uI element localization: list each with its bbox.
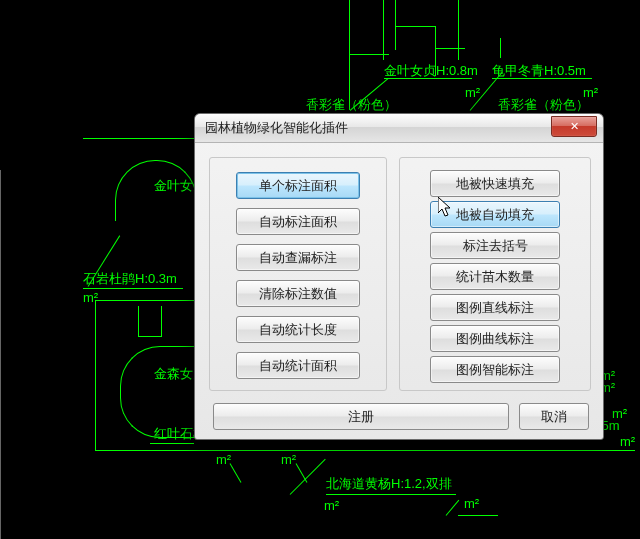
- cancel-button[interactable]: 取消: [519, 403, 589, 430]
- cad-label: 金叶女贞H:0.8m: [384, 63, 478, 80]
- btn-legend-curve-label[interactable]: 图例曲线标注: [430, 325, 560, 352]
- cad-label: 石岩杜鹃H:0.3m: [83, 271, 177, 288]
- left-button-group: 单个标注面积 自动标注面积 自动查漏标注 清除标注数值 自动统计长度 自动统计面…: [209, 157, 387, 391]
- btn-clear-label-values[interactable]: 清除标注数值: [236, 280, 360, 307]
- cad-label: m²: [464, 496, 479, 513]
- cad-label: m²: [465, 85, 480, 102]
- register-button[interactable]: 注册: [213, 403, 509, 430]
- cad-label: m²: [281, 452, 296, 469]
- btn-auto-stat-length[interactable]: 自动统计长度: [236, 316, 360, 343]
- plugin-dialog: 园林植物绿化智能化插件 ✕ 单个标注面积 自动标注面积 自动查漏标注 清除标注数…: [194, 113, 604, 440]
- cad-label: 香彩雀（粉色）: [498, 97, 589, 114]
- btn-count-plants[interactable]: 统计苗木数量: [430, 263, 560, 290]
- cad-label: 香彩雀（粉色）: [306, 97, 397, 114]
- btn-single-label-area[interactable]: 单个标注面积: [236, 172, 360, 199]
- btn-legend-line-label[interactable]: 图例直线标注: [430, 294, 560, 321]
- cad-label: m²: [620, 434, 635, 451]
- btn-auto-check-missing[interactable]: 自动查漏标注: [236, 244, 360, 271]
- close-icon: ✕: [570, 120, 579, 133]
- cad-label: m²: [216, 452, 231, 469]
- cad-label: 龟甲冬青H:0.5m: [492, 63, 586, 80]
- btn-legend-smart-label[interactable]: 图例智能标注: [430, 356, 560, 383]
- btn-remove-brackets[interactable]: 标注去括号: [430, 232, 560, 259]
- btn-auto-stat-area[interactable]: 自动统计面积: [236, 352, 360, 379]
- cad-label: 北海道黄杨H:1.2,双排: [326, 476, 452, 493]
- right-button-group: 地被快速填充 地被自动填充 标注去括号 统计苗木数量 图例直线标注 图例曲线标注…: [399, 157, 591, 391]
- btn-auto-label-area[interactable]: 自动标注面积: [236, 208, 360, 235]
- titlebar[interactable]: 园林植物绿化智能化插件 ✕: [195, 114, 603, 143]
- cad-label: m²: [324, 498, 339, 515]
- btn-groundcover-quick-fill[interactable]: 地被快速填充: [430, 170, 560, 197]
- dialog-body: 单个标注面积 自动标注面积 自动查漏标注 清除标注数值 自动统计长度 自动统计面…: [195, 143, 603, 440]
- dialog-title: 园林植物绿化智能化插件: [205, 119, 603, 137]
- close-button[interactable]: ✕: [551, 116, 597, 137]
- cad-label: m²: [83, 290, 98, 307]
- btn-groundcover-auto-fill[interactable]: 地被自动填充: [430, 201, 560, 228]
